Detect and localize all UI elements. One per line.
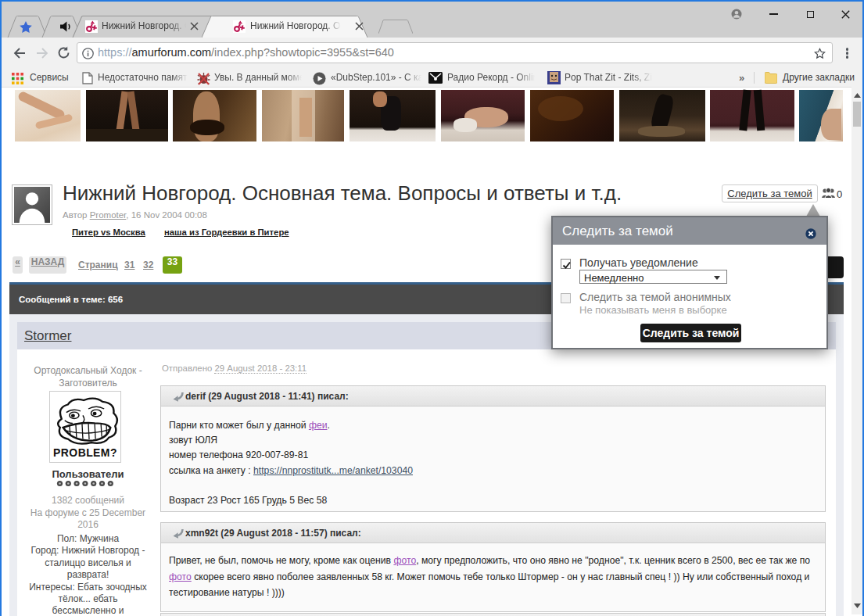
- svg-text:PROBLEM?: PROBLEM?: [53, 446, 117, 459]
